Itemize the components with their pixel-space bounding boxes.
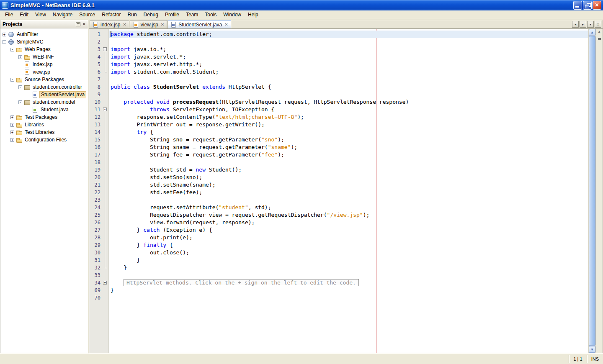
menu-file[interactable]: File — [2, 11, 16, 18]
tree-node-index-jsp[interactable]: index.jsp — [0, 61, 88, 68]
code-line-27[interactable]: 27 } catch (Exception e) { — [89, 226, 589, 234]
menu-debug[interactable]: Debug — [140, 11, 162, 18]
close-tab-icon[interactable]: ✕ — [161, 23, 164, 27]
menu-run[interactable]: Run — [124, 11, 140, 18]
tab-studentservlet-java[interactable]: StudentServlet.java✕ — [168, 20, 231, 28]
tree-node-configuration-files[interactable]: +Configuration Files — [0, 136, 88, 144]
expand-icon[interactable]: + — [10, 138, 14, 142]
menu-team[interactable]: Team — [183, 11, 201, 18]
close-button[interactable] — [593, 1, 601, 10]
code-line-24[interactable]: 24 request.setAttribute("student", std); — [89, 204, 589, 211]
scroll-tabs-left-button[interactable]: ◂ — [572, 21, 579, 28]
code-line-19[interactable]: 19 Student std = new Student(); — [89, 166, 589, 174]
minimize-window-icon[interactable] — [76, 22, 80, 26]
code-line-26[interactable]: 26 view.forward(request, response); — [89, 219, 589, 226]
collapse-fold-icon[interactable]: - — [103, 108, 107, 111]
close-tab-icon[interactable]: ✕ — [123, 23, 126, 27]
code-line-28[interactable]: 28 out.print(e); — [89, 234, 589, 241]
code-line-23[interactable]: 23 — [89, 196, 589, 204]
menu-refactor[interactable]: Refactor — [98, 11, 124, 18]
code-line-25[interactable]: 25 RequestDispatcher view = request.getR… — [89, 211, 589, 219]
collapse-icon[interactable]: - — [10, 48, 14, 51]
close-panel-icon[interactable]: ✕ — [82, 22, 86, 26]
code-line-11[interactable]: 11- throws ServletException, IOException… — [89, 106, 589, 113]
expand-icon[interactable]: + — [3, 33, 6, 36]
tree-node-test-packages[interactable]: +Test Packages — [0, 113, 88, 121]
code-line-18[interactable]: 18 — [89, 159, 589, 166]
expand-icon[interactable]: + — [10, 131, 14, 134]
code-line-22[interactable]: 22 std.setFee(fee); — [89, 189, 589, 196]
menu-tools[interactable]: Tools — [201, 11, 220, 18]
tree-node-libraries[interactable]: +Libraries — [0, 121, 88, 128]
code-line-12[interactable]: 12 response.setContentType("text/html;ch… — [89, 113, 589, 121]
tree-node-authfilter[interactable]: +AuthFilter — [0, 31, 88, 38]
tab-index-jsp[interactable]: index.jsp✕ — [90, 20, 129, 28]
menu-window[interactable]: Window — [220, 11, 245, 18]
code-editor[interactable]: 1package student.com.controller;23-impor… — [89, 29, 589, 353]
code-line-4[interactable]: 4import javax.servlet.*; — [89, 53, 589, 61]
collapse-icon[interactable]: - — [3, 40, 6, 44]
menu-navigate[interactable]: Navigate — [49, 11, 76, 18]
close-tab-icon[interactable]: ✕ — [224, 23, 228, 27]
maximize-editor-button[interactable]: □ — [595, 21, 601, 28]
scroll-down-icon[interactable]: ▼ — [589, 346, 595, 353]
tree-node-web-inf[interactable]: +WEB-INF — [0, 53, 88, 61]
code-line-69[interactable]: 69} — [89, 287, 589, 294]
code-line-20[interactable]: 20 std.setSno(sno); — [89, 174, 589, 181]
collapse-fold-icon[interactable]: - — [103, 47, 107, 51]
expand-icon[interactable]: + — [10, 115, 14, 119]
expand-icon[interactable]: + — [10, 123, 14, 127]
collapse-icon[interactable]: - — [18, 100, 22, 104]
tree-node-source-packages[interactable]: -Source Packages — [0, 76, 88, 83]
menu-help[interactable]: Help — [245, 11, 262, 18]
folded-code-placeholder[interactable]: HttpServlet methods. Click on the + sign… — [124, 279, 359, 286]
code-line-70[interactable]: 70 — [89, 294, 589, 302]
tree-node-student-java[interactable]: Student.java — [0, 106, 88, 113]
tree-node-studentservlet-java[interactable]: StudentServlet.java — [0, 91, 88, 98]
menu-edit[interactable]: Edit — [16, 11, 32, 18]
code-line-17[interactable]: 17 String fee = request.getParameter("fe… — [89, 151, 589, 159]
code-line-29[interactable]: 29 } finally { — [89, 241, 589, 249]
opened-documents-list-button[interactable]: ▾ — [587, 21, 594, 28]
tree-node-student-com-model[interactable]: -student.com.model — [0, 98, 88, 106]
tree-node-student-com-controller[interactable]: -student.com.controller — [0, 83, 88, 91]
minimize-button[interactable] — [573, 1, 582, 10]
scroll-tabs-right-button[interactable]: ▸ — [580, 21, 586, 28]
menu-view[interactable]: View — [32, 11, 49, 18]
collapse-icon[interactable]: - — [10, 78, 14, 82]
expand-fold-icon[interactable]: + — [103, 281, 107, 285]
code-line-7[interactable]: 7 — [89, 76, 589, 83]
code-line-10[interactable]: 10 protected void processRequest(HttpSer… — [89, 98, 589, 106]
code-line-3[interactable]: 3-import java.io.*; — [89, 46, 589, 53]
collapse-icon[interactable]: - — [18, 85, 22, 89]
vertical-scrollbar[interactable]: ▲ ▼ — [588, 29, 595, 353]
tree-node-web-pages[interactable]: -Web Pages — [0, 46, 88, 53]
code-line-15[interactable]: 15 String sno = request.getParameter("sn… — [89, 136, 589, 144]
restore-button[interactable] — [583, 1, 592, 10]
code-line-33[interactable]: 33 — [89, 272, 589, 279]
code-line-9[interactable]: 9 — [89, 91, 589, 98]
code-line-14[interactable]: 14 try { — [89, 128, 589, 136]
code-line-8[interactable]: 8public class StudentServlet extends Htt… — [89, 83, 589, 91]
code-line-6[interactable]: 6import student.com.model.Student; — [89, 68, 589, 76]
stripe-up-icon[interactable]: ▲ — [598, 30, 601, 33]
code-line-1[interactable]: 1package student.com.controller; — [89, 31, 589, 38]
code-line-32[interactable]: 32 } — [89, 264, 589, 272]
code-line-13[interactable]: 13 PrintWriter out = response.getWriter(… — [89, 121, 589, 128]
code-line-5[interactable]: 5import javax.servlet.http.*; — [89, 61, 589, 68]
code-line-34[interactable]: 34+HttpServlet methods. Click on the + s… — [89, 279, 589, 287]
tab-view-jsp[interactable]: view.jsp✕ — [130, 20, 167, 28]
code-line-30[interactable]: 30 out.close(); — [89, 249, 589, 256]
scroll-up-icon[interactable]: ▲ — [589, 29, 595, 36]
menu-profile[interactable]: Profile — [162, 11, 183, 18]
tree-node-test-libraries[interactable]: +Test Libraries — [0, 128, 88, 136]
code-line-21[interactable]: 21 std.setSname(sname); — [89, 181, 589, 189]
code-line-31[interactable]: 31 } — [89, 256, 589, 264]
expand-icon[interactable]: + — [18, 55, 22, 59]
tree-node-simplemvc[interactable]: -SimpleMVC — [0, 38, 88, 46]
menu-source[interactable]: Source — [76, 11, 98, 18]
code-line-2[interactable]: 2 — [89, 38, 589, 46]
scrollbar-thumb[interactable] — [589, 36, 595, 346]
code-line-16[interactable]: 16 String sname = request.getParameter("… — [89, 144, 589, 151]
caret-position-mark[interactable] — [598, 38, 601, 40]
